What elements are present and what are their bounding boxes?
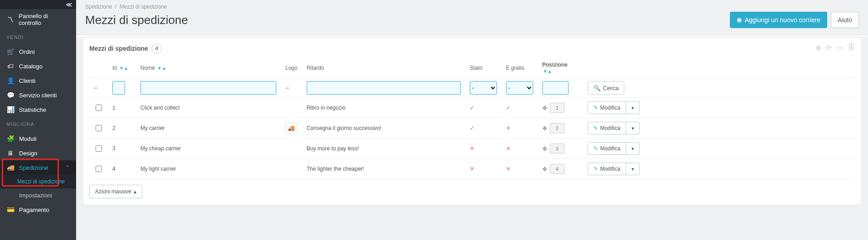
row-checkbox[interactable] [96,105,102,111]
search-button[interactable]: 🔍 Cerca [588,81,625,95]
filter-id-input[interactable] [112,81,125,95]
row-checkbox[interactable] [96,125,102,131]
sidebar-item-support[interactable]: 💬 Servizio clienti [0,88,76,102]
edit-button[interactable]: ✎Modifica [588,163,627,175]
cell-status: ✕ [465,159,502,179]
bar-chart-icon: 📊 [6,106,14,113]
sidebar-item-payment[interactable]: 💳 Pagamento [0,202,76,217]
row-actions-dropdown[interactable]: ▾ [626,101,640,114]
cell-status: ✓ [465,98,502,118]
panel-toolbar-spacer [76,34,868,38]
cell-logo [281,139,302,159]
cell-logo: 🚚 [281,118,302,139]
table-row[interactable]: 3My cheap carrierBuy more to pay less!✕✕… [89,139,855,159]
cell-delay: Ritiro in negozio [302,98,465,118]
row-checkbox[interactable] [96,145,102,152]
add-icon[interactable]: ⊕ [815,43,821,52]
filter-delay-input[interactable] [307,81,461,95]
sidebar-item-catalog[interactable]: 🏷 Catalogo [0,59,76,73]
cell-id: 4 [108,159,136,179]
cell-logo [281,98,302,118]
sidebar-item-label: Design [19,150,37,157]
filter-row: -- -- - - [89,78,855,98]
sidebar-item-orders[interactable]: 🛒 Ordini [0,44,76,59]
sidebar-item-stats[interactable]: 📊 Statistiche [0,102,76,117]
free-no-icon[interactable]: ✕ [506,125,511,131]
row-checkbox[interactable] [96,166,102,172]
sidebar-item-settings[interactable]: Impostazioni [0,188,76,202]
position-value: 1 [550,103,564,113]
sql-icon[interactable]: ▭ [836,43,843,52]
help-button[interactable]: Aiuto [831,12,859,28]
sidebar-item-customers[interactable]: 👤 Clienti [0,73,76,88]
sidebar-item-label: Servizio clienti [19,92,57,99]
filter-position-input[interactable] [542,81,569,95]
add-carrier-button[interactable]: ⊕ Aggiungi un nuovo corriere [730,12,827,28]
sidebar-subitem-carriers[interactable]: Mezzi di spedizione [0,175,76,188]
user-icon: 👤 [6,77,14,84]
cell-position: ✥4 [538,159,583,179]
monitor-icon: 🖥 [6,149,14,157]
sidebar-item-dashboard[interactable]: 〽 Pannello di controllo [0,9,76,30]
pencil-icon: ✎ [593,145,598,152]
move-handle-icon[interactable]: ✥ [542,166,547,173]
edit-button[interactable]: ✎Modifica [588,122,627,134]
table-header-row: Id ▼▲ Nome ▼▲ Logo Ritardo Stato E grati… [89,58,855,78]
move-handle-icon[interactable]: ✥ [542,125,547,132]
breadcrumb-root[interactable]: Spedizione [85,4,112,10]
refresh-icon[interactable]: ⟳ [826,43,832,52]
status-active-icon[interactable]: ✓ [470,105,474,111]
headset-icon: 💬 [6,91,14,99]
credit-card-icon: 💳 [6,206,14,213]
col-position[interactable]: Posizione ▼▲ [538,58,583,78]
sidebar-item-modules[interactable]: 🧩 Moduli [0,131,76,146]
free-yes-icon[interactable]: ✓ [506,105,511,111]
panel-count: 4 [152,43,162,53]
sidebar-item-label: Clienti [19,77,35,84]
sidebar-subitem-label: Mezzi di spedizione [17,178,65,185]
db-icon[interactable]: 🗄 [848,43,855,52]
status-inactive-icon[interactable]: ✕ [470,145,474,152]
filter-name-input[interactable] [140,81,276,95]
sort-carets: ▼▲ [543,69,552,74]
move-handle-icon[interactable]: ✥ [542,145,547,152]
table-row[interactable]: 2My carrier🚚Consegna il giorno successiv… [89,118,855,139]
carriers-table: Id ▼▲ Nome ▼▲ Logo Ritardo Stato E grati… [89,58,855,179]
edit-button[interactable]: ✎Modifica [588,142,627,155]
plus-circle-icon: ⊕ [737,16,742,24]
cell-name: Click and collect [136,98,281,118]
main: Spedizione / Mezzi di spedizione Mezzi d… [76,0,868,240]
filter-free-select[interactable]: - [506,81,533,95]
table-row[interactable]: 4My light carrierThe lighter the cheaper… [89,159,855,179]
col-free: E gratis [502,58,538,78]
cell-status: ✕ [465,139,502,159]
panel-title: Mezzi di spedizione [89,45,148,52]
status-active-icon[interactable]: ✓ [470,125,474,131]
sidebar-item-design[interactable]: 🖥 Design [0,146,76,160]
col-name[interactable]: Nome ▼▲ [136,58,281,78]
sidebar-collapse[interactable]: ≪ [0,0,76,9]
carrier-logo-thumbnail: 🚚 [285,123,297,134]
table-row[interactable]: 1Click and collectRitiro in negozio✓✓✥1✎… [89,98,855,118]
row-actions-dropdown[interactable]: ▾ [626,163,640,175]
position-value: 3 [550,144,564,154]
free-no-icon[interactable]: ✕ [506,166,511,172]
filter-status-select[interactable]: - [470,81,497,95]
cell-free: ✕ [502,118,538,139]
filter-checkbox-placeholder: -- [89,78,108,98]
cell-id: 3 [108,139,136,159]
col-id[interactable]: Id ▼▲ [108,58,136,78]
bulk-actions-button[interactable]: Azioni massive ▴ [89,185,142,198]
sidebar-item-label: Catalogo [19,63,43,70]
sidebar-item-shipping[interactable]: 🚚 Spedizione ⌃ [0,160,76,175]
status-inactive-icon[interactable]: ✕ [470,166,474,172]
row-actions-dropdown[interactable]: ▾ [626,142,640,155]
sidebar-item-label: Statistiche [19,106,46,113]
pencil-icon: ✎ [593,105,598,111]
move-handle-icon[interactable]: ✥ [542,105,547,111]
row-actions-dropdown[interactable]: ▾ [626,122,640,134]
cell-free: ✕ [502,139,538,159]
edit-button[interactable]: ✎Modifica [588,101,627,114]
caret-up-icon: ▴ [134,188,136,195]
free-no-icon[interactable]: ✕ [506,145,511,152]
